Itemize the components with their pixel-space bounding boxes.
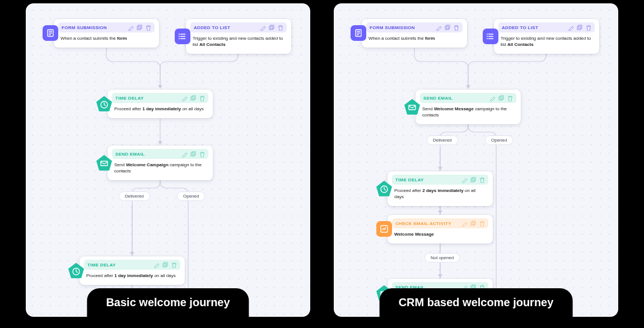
duplicate-icon[interactable] <box>190 95 197 101</box>
node-form-submission[interactable]: FORM SUBMISSION When a contact submits t… <box>362 19 467 48</box>
delete-icon[interactable] <box>277 25 283 31</box>
edit-icon[interactable] <box>436 25 442 31</box>
edit-icon[interactable] <box>462 177 468 183</box>
node-body: Trigger to existing and new contacts add… <box>498 32 595 49</box>
node-send-email[interactable]: SEND EMAIL Send Welcome Message campaign… <box>416 90 521 124</box>
node-title: FORM SUBMISSION <box>62 25 107 30</box>
node-body: Proceed after 1 day immediately on all d… <box>112 103 208 114</box>
delete-icon[interactable] <box>199 151 205 157</box>
node-time-delay[interactable]: TIME DELAY Proceed after 1 day immediate… <box>108 90 213 118</box>
delete-icon[interactable] <box>453 25 459 31</box>
panel-basic-journey: FORM SUBMISSION When a contact submits t… <box>26 3 310 317</box>
node-body: Trigger to existing and new contacts add… <box>190 32 287 49</box>
branch-pill-opened: Opened <box>485 135 513 145</box>
duplicate-icon[interactable] <box>190 151 197 157</box>
duplicate-icon[interactable] <box>470 221 477 227</box>
duplicate-icon[interactable] <box>162 262 169 268</box>
node-body: When a contact submits the form <box>58 32 155 43</box>
edit-icon[interactable] <box>490 95 496 101</box>
svg-marker-19 <box>130 252 134 256</box>
node-body: Send Welcome Campaign campaign to the co… <box>112 159 208 176</box>
edit-icon[interactable] <box>128 25 134 31</box>
panel-crm-journey: FORM SUBMISSION When a contact submits t… <box>334 3 618 317</box>
node-title: ADDED TO LIST <box>502 25 538 30</box>
node-form-submission[interactable]: FORM SUBMISSION When a contact submits t… <box>54 19 159 48</box>
duplicate-icon[interactable] <box>470 177 477 183</box>
svg-marker-15 <box>158 85 162 89</box>
edit-icon[interactable] <box>260 25 267 31</box>
svg-marker-20 <box>466 85 470 89</box>
duplicate-icon[interactable] <box>577 25 583 31</box>
edit-icon[interactable] <box>568 25 575 31</box>
node-title: CHECK EMAIL ACTIVITY <box>395 221 451 226</box>
form-icon <box>43 25 58 41</box>
node-body: Proceed after 1 day immediately on all d… <box>84 270 180 280</box>
branch-pill-delivered: Delivered <box>119 191 150 201</box>
node-send-email[interactable]: SEND EMAIL Send Welcome Campaign campaig… <box>108 146 213 180</box>
node-title: SEND EMAIL <box>423 96 452 101</box>
activity-icon <box>376 221 392 237</box>
node-check-email-activity[interactable]: CHECK EMAIL ACTIVITY Welcome Message <box>388 215 493 243</box>
node-body: Proceed after 2 days immediately on all … <box>392 185 488 202</box>
delete-icon[interactable] <box>145 25 151 31</box>
node-time-delay[interactable]: TIME DELAY Proceed after 1 day immediate… <box>80 256 185 285</box>
node-body: Send Welcome Message campaign to the con… <box>420 103 516 120</box>
node-title: TIME DELAY <box>115 96 144 101</box>
node-added-to-list[interactable]: ADDED TO LIST Trigger to existing and ne… <box>494 19 599 54</box>
node-title: TIME DELAY <box>87 263 116 268</box>
svg-marker-22 <box>438 167 442 171</box>
edit-icon[interactable] <box>182 151 188 157</box>
node-title: TIME DELAY <box>395 177 424 182</box>
duplicate-icon[interactable] <box>445 25 451 31</box>
branch-pill-not-opened: Not opened <box>424 253 460 263</box>
branch-pill-delivered: Delivered <box>427 135 458 145</box>
panel-caption: CRM based welcome journey <box>380 288 573 317</box>
node-title: SEND EMAIL <box>115 152 144 157</box>
delete-icon[interactable] <box>507 95 513 101</box>
svg-marker-26 <box>438 274 442 278</box>
form-icon <box>351 25 366 41</box>
delete-icon[interactable] <box>479 221 485 227</box>
duplicate-icon[interactable] <box>498 95 505 101</box>
svg-marker-24 <box>438 210 442 214</box>
edit-icon[interactable] <box>182 95 188 101</box>
edit-icon[interactable] <box>154 262 160 268</box>
delete-icon[interactable] <box>479 177 485 183</box>
delete-icon[interactable] <box>171 262 177 268</box>
node-body: When a contact submits the form <box>366 32 463 43</box>
edit-icon[interactable] <box>462 221 468 227</box>
node-time-delay[interactable]: TIME DELAY Proceed after 2 days immediat… <box>388 171 493 206</box>
panel-caption: Basic welcome journey <box>87 288 249 317</box>
node-added-to-list[interactable]: ADDED TO LIST Trigger to existing and ne… <box>186 19 291 54</box>
duplicate-icon[interactable] <box>269 25 275 31</box>
list-icon <box>175 29 190 44</box>
node-title: FORM SUBMISSION <box>370 25 415 30</box>
node-body: Welcome Message <box>392 228 488 239</box>
svg-marker-17 <box>158 141 162 145</box>
delete-icon[interactable] <box>199 95 205 101</box>
branch-pill-opened: Opened <box>177 191 205 201</box>
node-title: ADDED TO LIST <box>194 25 230 30</box>
list-icon <box>483 29 498 44</box>
duplicate-icon[interactable] <box>137 25 143 31</box>
delete-icon[interactable] <box>585 25 591 31</box>
